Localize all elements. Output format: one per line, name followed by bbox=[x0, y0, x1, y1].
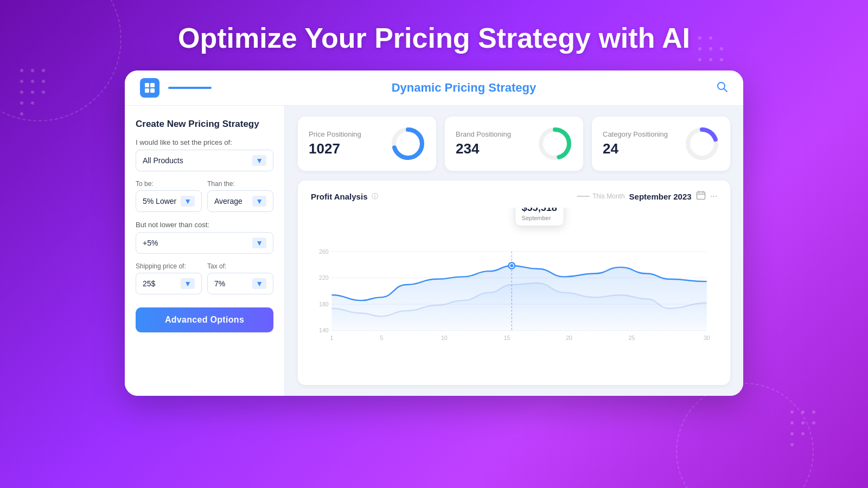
products-field-group: I would like to set the prices of: All P… bbox=[136, 138, 273, 171]
legend-line bbox=[577, 196, 590, 197]
stat-value-0: 1027 bbox=[309, 140, 361, 157]
svg-text:10: 10 bbox=[441, 335, 448, 341]
shipping-chevron-icon: ▼ bbox=[181, 278, 195, 289]
chart-card: Profit Analysis ⓘ This Month September 2… bbox=[298, 181, 730, 385]
than-the-select[interactable]: Average ▼ bbox=[207, 190, 273, 212]
svg-point-62 bbox=[510, 264, 513, 267]
svg-point-15 bbox=[790, 421, 794, 425]
tax-label: Tax of: bbox=[207, 262, 273, 270]
svg-point-18 bbox=[790, 432, 794, 435]
svg-point-3 bbox=[20, 80, 23, 83]
calendar-icon[interactable] bbox=[696, 190, 706, 202]
stat-info-2: Category Positioning 24 bbox=[603, 130, 668, 157]
stat-info-0: Price Positioning 1027 bbox=[309, 130, 361, 157]
than-the-chevron-icon: ▼ bbox=[252, 196, 266, 207]
stat-label-1: Brand Positioning bbox=[456, 130, 511, 138]
to-be-chevron-icon: ▼ bbox=[181, 196, 195, 207]
svg-text:260: 260 bbox=[319, 248, 329, 255]
not-lower-field-group: But not lower than cost: +5% ▼ bbox=[136, 221, 273, 254]
not-lower-select[interactable]: +5% ▼ bbox=[136, 232, 273, 254]
stat-card-1: Brand Positioning 234 bbox=[445, 117, 583, 171]
tax-value: 7% bbox=[214, 279, 225, 288]
products-select[interactable]: All Products ▼ bbox=[136, 150, 273, 171]
tax-chevron-icon: ▼ bbox=[252, 278, 266, 289]
not-lower-value: +5% bbox=[143, 239, 158, 247]
stat-info-1: Brand Positioning 234 bbox=[456, 130, 511, 157]
stat-label-2: Category Positioning bbox=[603, 130, 668, 138]
shipping-value: 25$ bbox=[143, 279, 155, 288]
chart-header: Profit Analysis ⓘ This Month September 2… bbox=[311, 190, 717, 202]
shipping-label: Shipping price of: bbox=[136, 262, 202, 270]
svg-point-14 bbox=[812, 410, 815, 414]
chart-info-icon[interactable]: ⓘ bbox=[372, 192, 378, 201]
products-chevron-icon: ▼ bbox=[252, 155, 266, 166]
stat-card-2: Category Positioning 24 bbox=[592, 117, 730, 171]
svg-text:1: 1 bbox=[330, 335, 333, 341]
advanced-options-button[interactable]: Advanced Options bbox=[136, 307, 273, 332]
card-header: Dynamic Pricing Strategy bbox=[125, 70, 743, 106]
svg-text:140: 140 bbox=[319, 327, 329, 333]
search-button[interactable] bbox=[716, 81, 728, 95]
to-be-than-row: To be: 5% Lower ▼ Than the: Average ▼ bbox=[136, 180, 273, 212]
donut-wrap-2 bbox=[685, 126, 719, 161]
legend-label: This Month bbox=[592, 192, 624, 200]
svg-point-7 bbox=[31, 91, 34, 94]
svg-line-34 bbox=[724, 89, 727, 92]
to-be-select[interactable]: 5% Lower ▼ bbox=[136, 190, 202, 212]
svg-point-5 bbox=[42, 80, 45, 83]
to-be-value: 5% Lower bbox=[143, 197, 176, 206]
to-be-field-group: To be: 5% Lower ▼ bbox=[136, 180, 202, 212]
not-lower-label: But not lower than cost: bbox=[136, 221, 273, 229]
more-options-icon[interactable]: ··· bbox=[710, 191, 717, 201]
chart-legend: This Month bbox=[577, 192, 624, 200]
svg-point-19 bbox=[801, 432, 805, 435]
than-the-value: Average bbox=[214, 197, 242, 206]
left-panel: Create New Pricing Strategy I would like… bbox=[125, 106, 285, 396]
than-the-field-group: Than the: Average ▼ bbox=[207, 180, 273, 212]
header-logo bbox=[140, 78, 212, 98]
to-be-label: To be: bbox=[136, 180, 202, 188]
svg-point-4 bbox=[31, 80, 34, 83]
app-logo-icon bbox=[140, 78, 159, 98]
svg-point-16 bbox=[801, 421, 805, 425]
svg-rect-31 bbox=[145, 88, 149, 93]
svg-rect-41 bbox=[697, 192, 705, 200]
chart-title: Profit Analysis bbox=[311, 192, 367, 201]
svg-text:20: 20 bbox=[566, 335, 572, 341]
svg-text:180: 180 bbox=[319, 301, 329, 307]
stat-card-0: Price Positioning 1027 bbox=[298, 117, 436, 171]
donut-wrap-0 bbox=[391, 126, 425, 161]
svg-point-17 bbox=[812, 421, 815, 425]
donut-wrap-1 bbox=[538, 126, 572, 161]
card-body: Create New Pricing Strategy I would like… bbox=[125, 106, 743, 396]
right-panel: Price Positioning 1027 Brand Positioning… bbox=[285, 106, 743, 396]
svg-point-12 bbox=[790, 410, 794, 414]
products-value: All Products bbox=[143, 156, 183, 165]
svg-point-10 bbox=[31, 101, 34, 105]
svg-rect-32 bbox=[150, 88, 155, 93]
svg-text:220: 220 bbox=[319, 274, 329, 281]
shipping-tax-row: Shipping price of: 25$ ▼ Tax of: 7% ▼ bbox=[136, 262, 273, 294]
svg-point-20 bbox=[790, 443, 794, 446]
page-title: Optimize Your Pricing Strategy with AI bbox=[0, 0, 868, 70]
than-the-label: Than the: bbox=[207, 180, 273, 188]
stat-value-1: 234 bbox=[456, 140, 511, 157]
stats-row: Price Positioning 1027 Brand Positioning… bbox=[298, 117, 730, 171]
svg-rect-29 bbox=[145, 83, 149, 87]
products-label: I would like to set the prices of: bbox=[136, 138, 273, 146]
svg-text:15: 15 bbox=[503, 335, 510, 341]
svg-text:25: 25 bbox=[629, 335, 635, 341]
shipping-select[interactable]: 25$ ▼ bbox=[136, 273, 202, 294]
chart-area: 260220180140151015202530 This Month $55,… bbox=[311, 208, 717, 378]
header-bar-decoration bbox=[168, 87, 212, 89]
svg-point-9 bbox=[20, 101, 23, 105]
tax-field-group: Tax of: 7% ▼ bbox=[207, 262, 273, 294]
stat-value-2: 24 bbox=[603, 140, 668, 157]
panel-title: Create New Pricing Strategy bbox=[136, 119, 273, 130]
svg-point-11 bbox=[20, 112, 23, 115]
main-card: Dynamic Pricing Strategy Create New Pric… bbox=[125, 70, 743, 396]
svg-text:30: 30 bbox=[704, 335, 710, 341]
chart-icons: ··· bbox=[696, 190, 717, 202]
tax-select[interactable]: 7% ▼ bbox=[207, 273, 273, 294]
svg-rect-30 bbox=[150, 83, 155, 87]
